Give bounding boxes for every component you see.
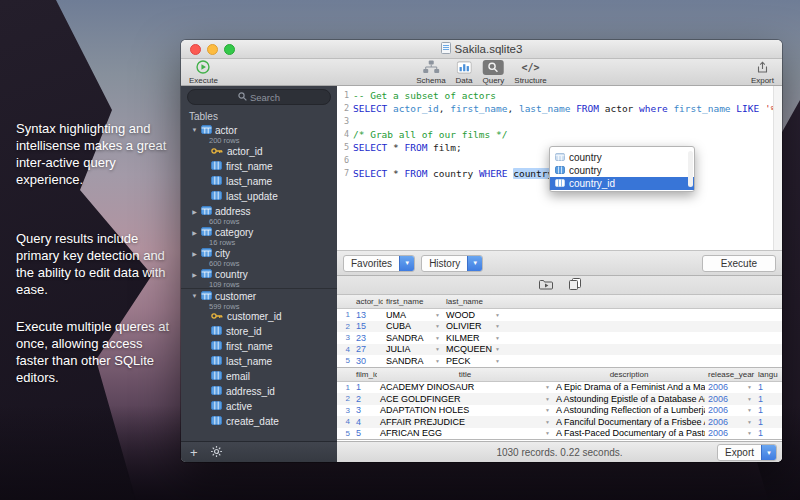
filter-icon[interactable]: ▼ [495,323,500,329]
result-row[interactable]: 113UMA▼WOOD▼ [337,309,782,321]
filter-icon[interactable]: ▼ [435,312,440,318]
database-doc-icon [441,42,451,56]
table-icon [201,125,212,136]
table-icon [201,291,212,302]
sidebar-column[interactable]: create_date [181,414,337,429]
actors-result-table: actor_id first_name last_name 113UMA▼WOO… [337,295,782,368]
result-row[interactable]: 427JULIA▼MCQUEEN▼ [337,344,782,356]
status-bar: 1030 records. 0.22 seconds. Export ▼ [337,441,782,462]
structure-code-icon: </> [522,60,540,75]
filter-icon[interactable]: ▼ [435,346,440,352]
column-header[interactable]: title [377,370,553,379]
result-row[interactable]: 323SANDRA▼KILMER▼ [337,332,782,344]
filter-icon[interactable]: ▼ [435,323,440,329]
chevron-down-icon: ▼ [761,445,776,460]
disclosure-collapsed-icon[interactable]: ▶ [191,208,198,215]
zoom-button[interactable] [224,44,235,55]
column-header[interactable]: first_name [383,297,443,306]
data-tab[interactable]: Data [456,59,473,85]
result-row[interactable]: 215CUBA▼OLIVIER▼ [337,321,782,333]
autocomplete-item[interactable]: country [550,164,694,177]
status-text: 1030 records. 0.22 seconds. [496,447,622,458]
sidebar-column[interactable]: active [181,399,337,414]
disclosure-expanded-icon[interactable]: ▼ [191,127,198,133]
disclosure-collapsed-icon[interactable]: ▶ [191,271,198,278]
titlebar[interactable]: Sakila.sqlite3 [181,40,782,59]
sidebar-column[interactable]: store_id [181,324,337,339]
sidebar-column[interactable]: first_name [181,159,337,174]
sidebar-column[interactable]: first_name [181,339,337,354]
sidebar-table-country[interactable]: ▶ country 109 rows [181,267,337,288]
disclosure-collapsed-icon[interactable]: ▶ [191,250,198,257]
filter-icon[interactable]: ▼ [545,419,550,425]
column-icon [211,341,222,352]
table-icon [201,269,212,280]
result-row[interactable]: 33ADAPTATION HOLES▼A Astounding Reflecti… [337,405,782,417]
sidebar-column[interactable]: address_id [181,384,337,399]
open-results-icon[interactable] [539,276,553,294]
filter-icon[interactable]: ▼ [545,407,550,413]
autocomplete-item[interactable]: country [550,151,694,164]
execute-query-button[interactable]: Execute [702,255,776,272]
sidebar-table-city[interactable]: ▶ city 600 rows [181,246,337,267]
filter-icon[interactable]: ▼ [495,335,500,341]
disclosure-collapsed-icon[interactable]: ▶ [191,229,198,236]
sidebar-column[interactable]: last_name [181,174,337,189]
sidebar-column[interactable]: last_update [181,189,337,204]
sidebar-table-address[interactable]: ▶ address 600 rows [181,204,337,225]
history-dropdown[interactable]: History ▼ [421,255,483,272]
window-title: Sakila.sqlite3 [441,42,523,56]
filter-icon[interactable]: ▼ [435,335,440,341]
column-header[interactable]: actor_id [353,297,383,306]
filter-icon[interactable]: ▼ [747,384,752,390]
result-row[interactable]: 22ACE GOLDFINGER▼A Astounding Epistle of… [337,393,782,405]
filter-icon[interactable]: ▼ [545,384,550,390]
disclosure-expanded-icon[interactable]: ▼ [191,293,198,299]
sidebar-table-category[interactable]: ▶ category 16 rows [181,225,337,246]
column-icon [211,161,222,172]
sql-editor[interactable]: 1-- Get a subset of actors 2SELECT actor… [337,86,782,251]
filter-icon[interactable]: ▼ [495,358,500,364]
copy-results-icon[interactable] [569,276,581,294]
execute-toolbar-button[interactable]: Execute [189,59,218,85]
autocomplete-item-selected[interactable]: country_id [550,177,694,190]
export-results-button[interactable]: Export ▼ [717,444,777,461]
sidebar-column-customer-id[interactable]: customer_id [181,309,337,324]
filter-icon[interactable]: ▼ [747,407,752,413]
gear-icon[interactable] [211,443,222,461]
sidebar-column[interactable]: last_name [181,354,337,369]
column-header[interactable]: last_name [443,297,503,306]
column-icon [211,416,222,427]
favorites-dropdown[interactable]: Favorites ▼ [343,255,415,272]
result-row[interactable]: 44AFFAIR PREJUDICE▼A Fanciful Documentar… [337,416,782,428]
search-input[interactable] [188,90,330,104]
column-header[interactable]: film_id [353,370,377,379]
filter-icon[interactable]: ▼ [495,346,500,352]
column-header[interactable]: release_year [705,370,755,379]
filter-icon[interactable]: ▼ [545,396,550,402]
autocomplete-popup: country country country_id [549,146,695,192]
sidebar-table-customer[interactable]: ▼ customer 599 rows [181,288,337,309]
column-header[interactable]: langu [755,370,782,379]
structure-tab[interactable]: </> Structure [514,59,546,85]
filter-icon[interactable]: ▼ [747,430,752,436]
export-toolbar-button[interactable]: Export [751,59,774,85]
schema-tab[interactable]: Schema [416,59,445,85]
filter-icon[interactable]: ▼ [747,419,752,425]
result-row[interactable]: 530SANDRA▼PECK▼ [337,355,782,367]
sidebar-column[interactable]: email [181,369,337,384]
filter-icon[interactable]: ▼ [747,396,752,402]
add-button[interactable]: + [190,446,198,459]
query-tab[interactable]: Query [483,59,505,85]
minimize-button[interactable] [207,44,218,55]
filter-icon[interactable]: ▼ [495,312,500,318]
column-header[interactable]: description [553,370,705,379]
close-button[interactable] [190,44,201,55]
filter-icon[interactable]: ▼ [545,430,550,436]
sidebar-table-actor[interactable]: ▼ actor 200 rows [181,123,337,144]
result-row[interactable]: 11ACADEMY DINOSAUR▼A Epic Drama of a Fem… [337,382,782,394]
filter-icon[interactable]: ▼ [435,358,440,364]
result-row[interactable]: 55AFRICAN EGG▼A Fast-Paced Documentary o… [337,428,782,440]
films-table-header: film_id title description release_year l… [337,368,782,382]
sidebar-column-actor-id[interactable]: actor_id [181,144,337,159]
